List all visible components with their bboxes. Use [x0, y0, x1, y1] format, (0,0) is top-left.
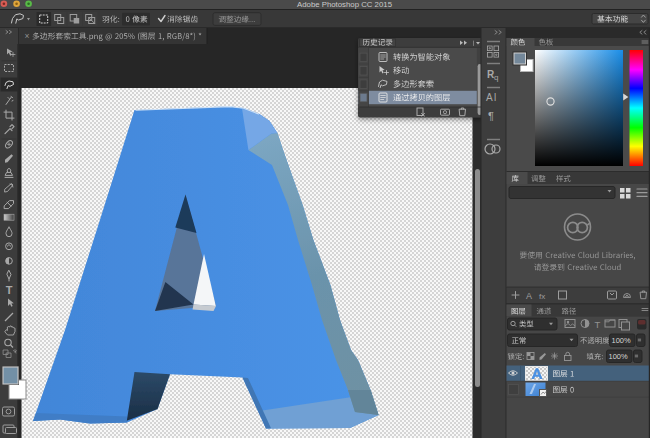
svg-text:100%: 100% — [612, 336, 632, 345]
svg-text:A: A — [486, 92, 493, 103]
svg-text:¶: ¶ — [488, 110, 494, 122]
svg-text:Adobe Photoshop CC 2015: Adobe Photoshop CC 2015 — [297, 0, 393, 9]
svg-text:T: T — [595, 319, 601, 330]
svg-text:fx: fx — [539, 292, 545, 301]
svg-text:T: T — [6, 284, 13, 296]
svg-text:l: l — [494, 92, 496, 103]
svg-text:×: × — [25, 31, 30, 41]
svg-text:100%: 100% — [609, 352, 629, 361]
svg-text:A: A — [526, 291, 532, 301]
svg-text:q: q — [494, 73, 498, 82]
